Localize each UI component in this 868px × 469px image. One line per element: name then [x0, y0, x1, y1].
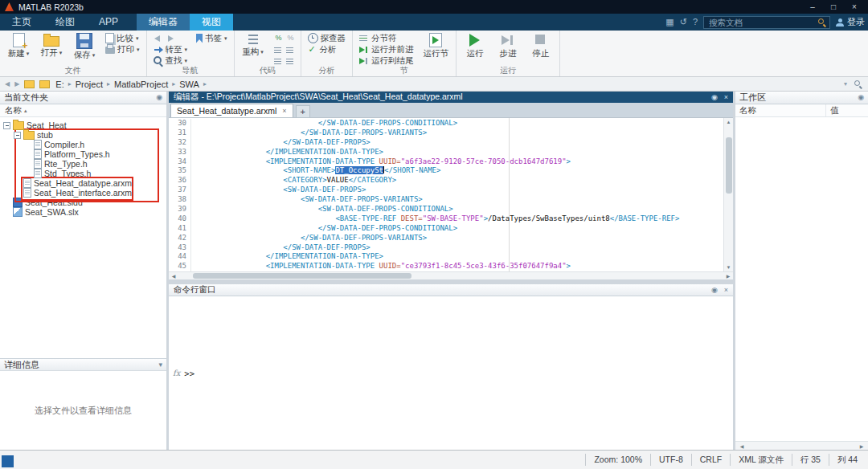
step-button[interactable]: 步进	[494, 32, 522, 60]
code-line[interactable]: 37<SW-DATA-DEF-PROPS>	[169, 186, 723, 195]
code-line[interactable]: 34<IMPLEMENTATION-DATA-TYPE UUID="a6f3ae…	[169, 157, 723, 167]
scroll-left-icon[interactable]: ◀	[169, 273, 178, 279]
editor-vertical-scrollbar[interactable]: ▲ ▼	[723, 118, 733, 271]
workspace-scrollbar[interactable]: ◀ ▶	[735, 441, 868, 450]
new-button[interactable]: 新建▾	[5, 32, 32, 60]
breadcrumb-item[interactable]: MatlabProject	[112, 80, 170, 89]
address-dropdown-icon[interactable]: ▾	[842, 81, 849, 88]
tree-item[interactable]: Std_Types.h	[0, 169, 166, 178]
code-line[interactable]: 30</SW-DATA-DEF-PROPS-CONDITIONAL>	[169, 119, 723, 128]
doc-search-box[interactable]	[703, 16, 830, 29]
code-line[interactable]: 35<SHORT-NAME>DT_OccupySt</SHORT-NAME>	[169, 166, 723, 176]
forward-icon[interactable]: ▶	[13, 81, 21, 88]
save-button[interactable]: 保存▾	[71, 32, 98, 62]
minimize-button[interactable]: –	[802, 2, 823, 11]
breadcrumb-item[interactable]: SWA	[177, 80, 202, 89]
tree-item[interactable]: stub	[0, 130, 166, 140]
ws-scroll-right-icon[interactable]: ▶	[857, 443, 866, 449]
run-button[interactable]: 运行	[461, 32, 489, 60]
open-button[interactable]: 打开▾	[38, 32, 65, 59]
editor-horizontal-scrollbar[interactable]: ◀ ▶	[169, 271, 733, 279]
command-window[interactable]: fx >>	[169, 296, 733, 450]
folder-search-icon[interactable]	[854, 80, 862, 88]
tree-item[interactable]: Seat_SWA.slx	[0, 207, 166, 217]
tree-item[interactable]: Seat_Heat.sldd	[0, 198, 166, 207]
cmd-menu-icon[interactable]: ◉	[711, 287, 718, 294]
code-editor[interactable]: 30</SW-DATA-DEF-PROPS-CONDITIONAL>31</SW…	[169, 118, 733, 271]
code-line[interactable]: 33</IMPLEMENTATION-DATA-TYPE>	[169, 148, 723, 157]
collapse-chevron-icon[interactable]: ▾	[158, 361, 162, 369]
code-line[interactable]: 36<CATEGORY>VALUE</CATEGORY>	[169, 176, 723, 186]
search-icon[interactable]	[818, 18, 826, 27]
name-column-header[interactable]: 名称 ▴	[0, 104, 166, 117]
workspace-menu-icon[interactable]: ◉	[858, 94, 864, 101]
run-to-end-button[interactable]: 运行到结尾	[358, 55, 416, 66]
editor-menu-icon[interactable]: ◉	[711, 94, 718, 101]
close-button[interactable]: ×	[844, 2, 865, 11]
back-icon[interactable]: ◀	[3, 81, 11, 88]
code-line[interactable]: 45<IMPLEMENTATION-DATA-TYPE UUID="ce3793…	[169, 262, 723, 271]
section-break-button[interactable]: 分节符	[358, 33, 416, 43]
login-button[interactable]: 登录	[836, 16, 865, 28]
code-line[interactable]: 39<SW-DATA-DEF-PROPS-CONDITIONAL>	[169, 205, 723, 214]
file-tab[interactable]: Seat_Heat_datatype.arxml ×	[170, 104, 293, 117]
bookmark-button[interactable]: 书签▾	[194, 33, 229, 43]
code-line[interactable]: 31</SW-DATA-DEF-PROPS-VARIANTS>	[169, 128, 723, 138]
tree-item[interactable]: Compiler.h	[0, 140, 166, 149]
new-tab-button[interactable]: +	[296, 105, 310, 117]
expander-icon[interactable]	[3, 122, 10, 129]
compare-button[interactable]: 比较▾	[104, 33, 141, 43]
stop-button[interactable]: 停止	[527, 32, 555, 60]
ribbon-tab-编辑器[interactable]: 编辑器	[137, 14, 190, 31]
breadcrumb-item[interactable]: Project	[73, 80, 105, 89]
comment-icon[interactable]	[272, 33, 284, 43]
code-line[interactable]: 40<BASE-TYPE-REF DEST="SW-BASE-TYPE">/Da…	[169, 214, 723, 224]
browse-folder-icon[interactable]	[39, 80, 50, 88]
details-header[interactable]: 详细信息 ▾	[0, 358, 166, 371]
layout-icon[interactable]: ▦	[665, 18, 674, 27]
code-line[interactable]: 43</SW-DATA-DEF-PROPS>	[169, 243, 723, 253]
ribbon-tab-APP[interactable]: APP	[87, 14, 130, 31]
ribbon-tab-绘图[interactable]: 绘图	[43, 14, 87, 31]
breadcrumb-item[interactable]: E:	[53, 80, 66, 89]
analyze-button[interactable]: 分析	[306, 44, 348, 55]
doc-search-input[interactable]	[707, 17, 815, 28]
more-icon[interactable]	[285, 55, 296, 66]
tab-close-icon[interactable]: ×	[282, 107, 286, 115]
undo-icon[interactable]: ↺	[680, 18, 687, 27]
print-button[interactable]: 打印▾	[104, 44, 141, 55]
uncomment-icon[interactable]	[285, 33, 296, 43]
goto-button[interactable]: 转至▾	[152, 44, 190, 55]
tree-item[interactable]: Seat_Heat_datatype.arxml	[0, 178, 166, 188]
help-icon[interactable]: ?	[693, 18, 698, 27]
find-button[interactable]: 查找▾	[152, 55, 190, 66]
tree-item[interactable]: Platform_Types.h	[0, 149, 166, 159]
scroll-right-icon[interactable]: ▶	[723, 273, 733, 279]
refactor-button[interactable]: 重构▾	[240, 32, 267, 59]
code-line[interactable]: 41</SW-DATA-DEF-PROPS-CONDITIONAL>	[169, 224, 723, 234]
indr-icon[interactable]	[285, 44, 296, 55]
run-advance-button[interactable]: 运行并前进	[358, 44, 416, 55]
scroll-down-icon[interactable]: ▼	[724, 263, 733, 271]
workspace-name-column[interactable]: 名称	[735, 104, 826, 116]
code-line[interactable]: 38<SW-DATA-DEF-PROPS-VARIANTS>	[169, 195, 723, 205]
tree-item[interactable]: Rte_Type.h	[0, 159, 166, 169]
up-folder-icon[interactable]	[24, 80, 35, 88]
code-line[interactable]: 42</SW-DATA-DEF-PROPS-VARIANTS>	[169, 234, 723, 243]
ribbon-tab-主页[interactable]: 主页	[0, 14, 43, 31]
run-section-button[interactable]: 运行节	[421, 32, 452, 60]
scroll-up-icon[interactable]: ▲	[724, 118, 733, 126]
code-line[interactable]: 32</SW-DATA-DEF-PROPS>	[169, 138, 723, 148]
ribbon-tab-视图[interactable]: 视图	[190, 14, 233, 31]
maximize-button[interactable]: □	[823, 2, 844, 11]
code-line[interactable]: 44</IMPLEMENTATION-DATA-TYPE>	[169, 252, 723, 262]
nav-back-forward[interactable]	[152, 33, 190, 43]
editor-close-icon[interactable]: ×	[724, 94, 728, 101]
indl-icon[interactable]	[272, 44, 284, 55]
workspace-value-column[interactable]: 值	[826, 104, 868, 116]
ws-scroll-left-icon[interactable]: ◀	[737, 443, 747, 449]
expander-icon[interactable]	[14, 132, 21, 139]
panel-menu-icon[interactable]: ◉	[156, 94, 162, 101]
status-indicator[interactable]	[2, 455, 14, 467]
cmd-close-icon[interactable]: ×	[724, 287, 728, 294]
